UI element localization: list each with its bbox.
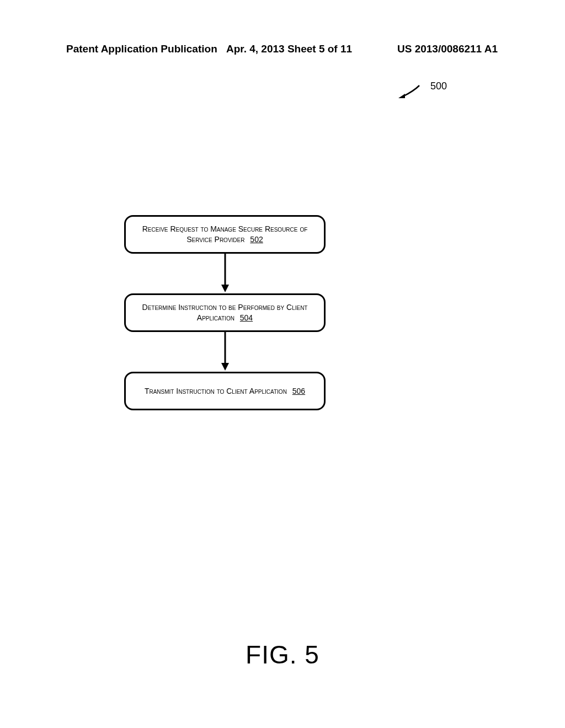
flow-step-text: Transmit Instruction to Client Applicati… xyxy=(145,387,287,395)
flow-arrow-1 xyxy=(124,254,326,293)
flowchart: Receive Request to Manage Secure Resourc… xyxy=(124,215,326,410)
flow-arrow-2 xyxy=(124,332,326,372)
reference-arrow-icon xyxy=(397,83,422,101)
flow-step-ref: 506 xyxy=(292,387,305,395)
flow-step-ref: 502 xyxy=(250,235,263,244)
flow-step-text: Receive Request to Manage Secure Resourc… xyxy=(142,224,308,244)
flow-step-content: Determine Instruction to be Performed by… xyxy=(132,302,317,323)
header-doc-number: US 2013/0086211 A1 xyxy=(397,43,498,55)
header-publication: Patent Application Publication xyxy=(66,43,217,55)
flow-step-504: Determine Instruction to be Performed by… xyxy=(124,293,326,332)
figure-label: FIG. 5 xyxy=(0,640,565,670)
flow-step-content: Receive Request to Manage Secure Resourc… xyxy=(132,224,317,245)
flow-step-506: Transmit Instruction to Client Applicati… xyxy=(124,372,326,410)
header-date-sheet: Apr. 4, 2013 Sheet 5 of 11 xyxy=(226,43,352,55)
reference-number: 500 xyxy=(430,81,447,92)
svg-marker-4 xyxy=(221,363,229,371)
flow-step-content: Transmit Instruction to Client Applicati… xyxy=(145,386,305,397)
svg-marker-0 xyxy=(398,94,405,98)
flow-step-text: Determine Instruction to be Performed by… xyxy=(142,303,308,322)
flow-step-ref: 504 xyxy=(240,313,253,322)
flow-step-502: Receive Request to Manage Secure Resourc… xyxy=(124,215,326,254)
svg-marker-2 xyxy=(221,285,229,292)
